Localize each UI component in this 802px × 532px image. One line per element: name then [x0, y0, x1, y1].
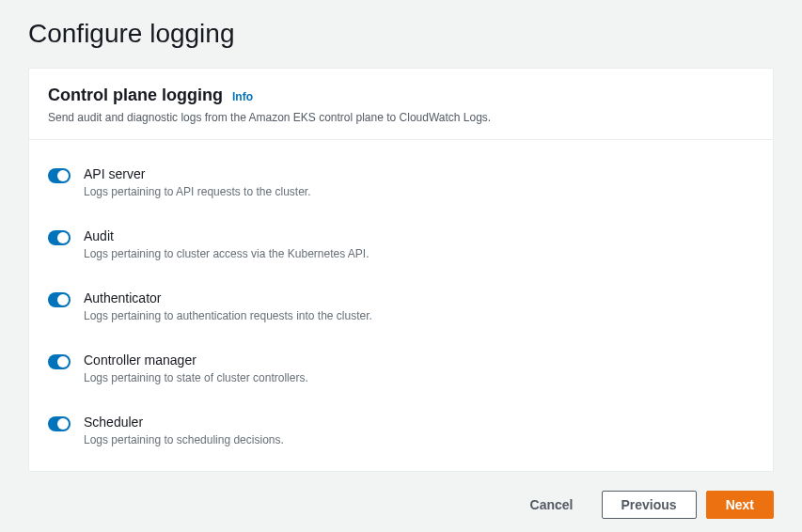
toggle-label: Authenticator	[84, 290, 754, 305]
toggle-content: Authenticator Logs pertaining to authent…	[84, 290, 754, 322]
toggle-controller-manager[interactable]	[48, 354, 71, 369]
footer-actions: Cancel Previous Next	[28, 491, 774, 519]
toggle-row-scheduler: Scheduler Logs pertaining to scheduling …	[48, 407, 754, 452]
toggle-content: API server Logs pertaining to API reques…	[84, 166, 754, 198]
toggle-row-api-server: API server Logs pertaining to API reques…	[48, 159, 754, 221]
panel-header: Control plane logging Info Send audit an…	[29, 69, 773, 140]
toggle-row-controller-manager: Controller manager Logs pertaining to st…	[48, 345, 754, 407]
toggle-label: Controller manager	[84, 352, 754, 368]
toggle-description: Logs pertaining to scheduling decisions.	[84, 433, 754, 446]
next-button[interactable]: Next	[706, 491, 774, 519]
toggle-label: API server	[84, 166, 754, 181]
toggle-content: Scheduler Logs pertaining to scheduling …	[84, 415, 754, 446]
toggle-scheduler[interactable]	[48, 416, 71, 431]
toggle-label: Scheduler	[84, 415, 754, 430]
toggle-content: Audit Logs pertaining to cluster access …	[84, 228, 754, 260]
toggle-description: Logs pertaining to cluster access via th…	[84, 247, 754, 260]
toggle-content: Controller manager Logs pertaining to st…	[84, 352, 754, 384]
panel-title: Control plane logging	[48, 86, 223, 105]
panel-title-row: Control plane logging Info	[48, 86, 754, 105]
panel-description: Send audit and diagnostic logs from the …	[48, 111, 754, 124]
logging-panel: Control plane logging Info Send audit an…	[28, 68, 774, 472]
toggle-label: Audit	[84, 228, 754, 243]
toggle-audit[interactable]	[48, 230, 71, 245]
cancel-button[interactable]: Cancel	[511, 492, 592, 518]
info-link[interactable]: Info	[232, 90, 253, 103]
toggle-api-server[interactable]	[48, 168, 71, 183]
toggle-row-authenticator: Authenticator Logs pertaining to authent…	[48, 283, 754, 345]
page-title: Configure logging	[28, 19, 774, 49]
toggle-description: Logs pertaining to API requests to the c…	[84, 185, 754, 198]
previous-button[interactable]: Previous	[602, 491, 697, 519]
toggle-row-audit: Audit Logs pertaining to cluster access …	[48, 221, 754, 283]
panel-body: API server Logs pertaining to API reques…	[29, 140, 773, 471]
toggle-authenticator[interactable]	[48, 292, 71, 307]
toggle-description: Logs pertaining to state of cluster cont…	[84, 371, 754, 384]
toggle-description: Logs pertaining to authentication reques…	[84, 309, 754, 322]
